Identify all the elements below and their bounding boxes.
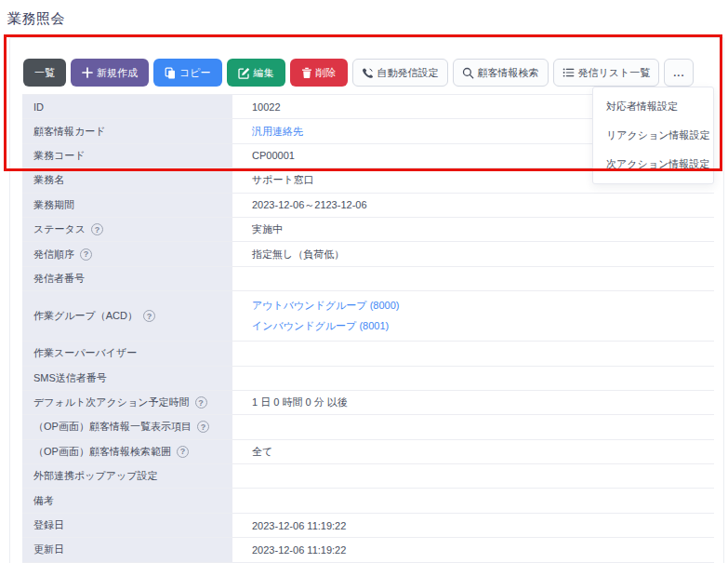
row-value-text: 指定無し（負荷低） xyxy=(252,248,344,261)
row-value-text: 2023-12-06 11:19:22 xyxy=(252,544,346,556)
copy-button[interactable]: コピー xyxy=(153,59,222,87)
button-label: 一覧 xyxy=(34,68,55,78)
row-label: デフォルト次アクション予定時間? xyxy=(22,391,232,414)
row-value xyxy=(232,489,714,512)
edit-button[interactable]: 編集 xyxy=(227,59,285,87)
table-row: 業務期間2023-12-06～2123-12-06 xyxy=(22,194,714,218)
row-label: ステータス? xyxy=(22,218,232,241)
button-label: 新規作成 xyxy=(97,68,138,78)
row-label: 外部連携ポップアップ設定 xyxy=(22,464,232,488)
row-value-text: 10022 xyxy=(252,101,281,113)
row-value xyxy=(232,464,714,488)
row-label: SMS送信者番号 xyxy=(22,367,232,390)
value-link[interactable]: インバウンドグループ (8001) xyxy=(252,319,389,333)
button-label: 顧客情報検索 xyxy=(478,68,539,78)
row-label-text: 顧客情報カード xyxy=(33,125,106,139)
table-row: 備考 xyxy=(22,489,714,513)
row-label-text: 外部連携ポップアップ設定 xyxy=(33,469,158,483)
row-label-text: ID xyxy=(33,101,44,113)
row-label-text: 更新日 xyxy=(33,543,64,556)
auto-call-settings-button[interactable]: 自動発信設定 xyxy=(352,59,448,87)
list-button[interactable]: 一覧 xyxy=(23,59,66,87)
table-row: デフォルト次アクション予定時間?1 日 0 時間 0 分 以後 xyxy=(22,391,714,415)
row-value xyxy=(232,367,714,390)
row-label-text: SMS送信者番号 xyxy=(33,371,107,385)
row-label-text: （OP画面）顧客情報検索範囲 xyxy=(33,445,171,459)
row-label-text: 業務名 xyxy=(33,173,64,187)
row-value: 指定無し（負荷低） xyxy=(232,242,714,265)
row-label-text: ステータス xyxy=(33,222,86,236)
plus-icon xyxy=(82,67,93,78)
copy-icon xyxy=(165,67,176,79)
table-row: 発信者番号 xyxy=(22,267,714,291)
value-link[interactable]: 汎用連絡先 xyxy=(252,125,303,139)
table-row: 作業スーパーバイザー xyxy=(22,342,714,366)
table-row: 外部連携ポップアップ設定 xyxy=(22,464,714,489)
table-row: ステータス?実施中 xyxy=(22,218,714,242)
row-label: 備考 xyxy=(22,489,232,512)
row-label-text: デフォルト次アクション予定時間 xyxy=(33,395,190,409)
create-button[interactable]: 新規作成 xyxy=(71,59,149,87)
row-label: （OP画面）顧客情報一覧表示項目? xyxy=(22,415,232,438)
dropdown-menu-item[interactable]: リアクション情報設定 xyxy=(593,121,713,150)
row-label-text: 発信順序 xyxy=(33,248,74,261)
help-icon[interactable]: ? xyxy=(197,421,209,433)
trash-icon xyxy=(301,67,312,79)
row-value: アウトバウンドグループ (8000)インバウンドグループ (8001) xyxy=(232,291,714,341)
row-value-text: CP00001 xyxy=(252,150,295,161)
row-label-text: 発信者番号 xyxy=(33,272,85,286)
row-label: 業務期間 xyxy=(22,194,232,217)
help-icon[interactable]: ? xyxy=(195,396,207,409)
row-value: 実施中 xyxy=(232,218,714,241)
row-value xyxy=(232,415,714,438)
toolbar: 一覧新規作成コピー編集削除自動発信設定顧客情報検索発信リスト一覧... xyxy=(23,59,694,87)
button-label: 編集 xyxy=(254,68,274,78)
search-icon xyxy=(462,67,474,79)
row-label: 発信順序? xyxy=(22,242,232,265)
row-label: 登録日 xyxy=(22,514,232,537)
row-label: （OP画面）顧客情報検索範囲? xyxy=(22,440,232,463)
row-label-text: （OP画面）顧客情報一覧表示項目 xyxy=(33,420,192,434)
customer-info-search-button[interactable]: 顧客情報検索 xyxy=(453,59,549,87)
more-actions-dropdown: 対応者情報設定リアクション情報設定次アクション情報設定 xyxy=(592,87,714,184)
table-row: 発信順序?指定無し（負荷低） xyxy=(22,242,714,266)
row-label-text: 業務コード xyxy=(33,149,86,163)
dropdown-menu-item[interactable]: 対応者情報設定 xyxy=(593,92,713,121)
help-icon[interactable]: ? xyxy=(177,446,189,458)
table-row: 更新日2023-12-06 11:19:22 xyxy=(22,538,714,562)
help-icon[interactable]: ? xyxy=(143,310,155,322)
dropdown-menu-item[interactable]: 次アクション情報設定 xyxy=(593,150,713,179)
row-value: 2023-12-06 11:19:22 xyxy=(232,514,714,537)
page-title: 業務照会 xyxy=(7,10,65,28)
row-label-text: 作業グループ（ACD） xyxy=(33,309,138,323)
row-label: 顧客情報カード xyxy=(22,119,232,142)
call-list-button[interactable]: 発信リスト一覧 xyxy=(553,59,660,87)
button-label: ... xyxy=(673,68,684,78)
row-value xyxy=(232,342,714,365)
row-value-text: 1 日 0 時間 0 分 以後 xyxy=(252,395,348,409)
phone-icon xyxy=(362,67,374,79)
row-label: 発信者番号 xyxy=(22,267,232,290)
more-button[interactable]: ... xyxy=(664,59,694,87)
table-row: SMS送信者番号 xyxy=(22,367,714,391)
help-icon[interactable]: ? xyxy=(91,223,103,235)
row-value-text: 2023-12-06 11:19:22 xyxy=(252,520,346,531)
row-value-text: 全て xyxy=(252,445,272,459)
row-value: 2023-12-06～2123-12-06 xyxy=(232,194,714,217)
row-value: 2023-12-06 11:19:22 xyxy=(232,538,714,561)
row-label: 更新日 xyxy=(22,538,232,561)
value-link[interactable]: アウトバウンドグループ (8000) xyxy=(252,299,399,313)
row-label-text: 作業スーパーバイザー xyxy=(33,346,137,360)
button-label: 削除 xyxy=(316,68,337,78)
row-value-text: 実施中 xyxy=(252,222,283,236)
help-icon[interactable]: ? xyxy=(80,248,92,261)
row-value: 1 日 0 時間 0 分 以後 xyxy=(232,391,714,414)
button-label: 発信リスト一覧 xyxy=(578,68,651,78)
row-value-text: サポート窓口 xyxy=(252,173,314,187)
row-label-text: 備考 xyxy=(33,494,54,508)
delete-button[interactable]: 削除 xyxy=(290,59,348,87)
row-label: 業務コード xyxy=(22,144,232,168)
table-row: （OP画面）顧客情報検索範囲?全て xyxy=(22,440,714,464)
value-links: アウトバウンドグループ (8000)インバウンドグループ (8001) xyxy=(252,295,399,337)
row-label-text: 登録日 xyxy=(33,518,64,532)
